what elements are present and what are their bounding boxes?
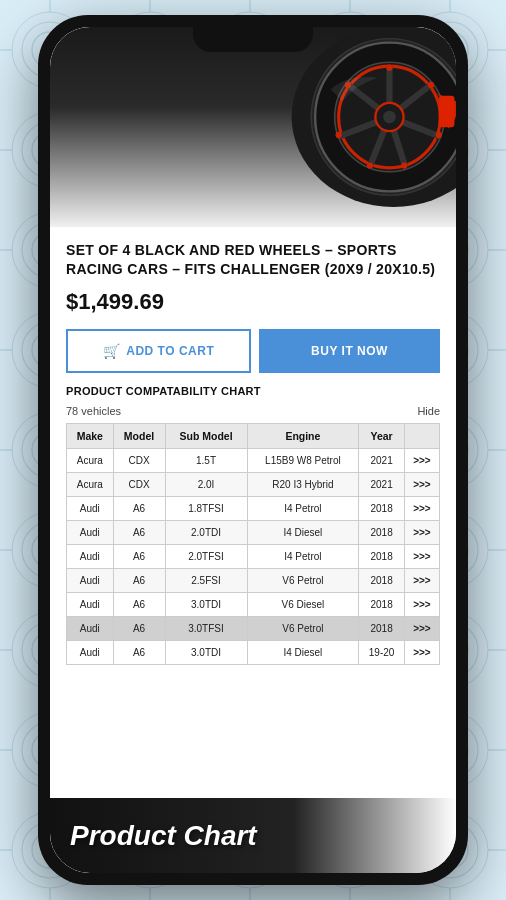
phone-frame: SET OF 4 BLACK AND RED WHEELS – SPORTS R… (38, 15, 468, 885)
bottom-overlay: Product Chart (50, 798, 456, 873)
cell-3: R20 I3 Hybrid (247, 472, 359, 496)
col-engine: Engine (247, 423, 359, 448)
cell-1: A6 (113, 640, 165, 664)
cell-3: I4 Diesel (247, 640, 359, 664)
cell-5: >>> (404, 448, 439, 472)
cell-1: A6 (113, 496, 165, 520)
cell-4: 2018 (359, 568, 405, 592)
product-image (50, 27, 456, 227)
table-row[interactable]: AudiA61.8TFSII4 Petrol2018>>> (67, 496, 440, 520)
compatibility-section: PRODUCT COMPATABILITY CHART 78 vehicles … (50, 385, 456, 665)
cell-5: >>> (404, 592, 439, 616)
table-header-row: Make Model Sub Model Engine Year (67, 423, 440, 448)
add-to-cart-button[interactable]: 🛒 ADD TO CART (66, 329, 251, 373)
hide-button[interactable]: Hide (417, 405, 440, 417)
col-model: Model (113, 423, 165, 448)
cell-0: Acura (67, 472, 114, 496)
cell-3: I4 Diesel (247, 520, 359, 544)
cell-1: A6 (113, 520, 165, 544)
cell-3: V6 Petrol (247, 616, 359, 640)
cell-2: 2.0TDI (165, 520, 247, 544)
cell-5: >>> (404, 496, 439, 520)
cell-5: >>> (404, 544, 439, 568)
col-year: Year (359, 423, 405, 448)
cell-5: >>> (404, 472, 439, 496)
cell-2: 2.0I (165, 472, 247, 496)
cell-0: Audi (67, 520, 114, 544)
table-row[interactable]: AcuraCDX1.5TL15B9 W8 Petrol2021>>> (67, 448, 440, 472)
cell-0: Audi (67, 592, 114, 616)
cell-4: 2018 (359, 544, 405, 568)
cell-3: L15B9 W8 Petrol (247, 448, 359, 472)
product-title: SET OF 4 BLACK AND RED WHEELS – SPORTS R… (66, 241, 440, 279)
phone-notch (193, 27, 313, 52)
buy-now-button[interactable]: BUY IT NOW (259, 329, 440, 373)
svg-rect-22 (439, 96, 455, 127)
svg-point-27 (436, 132, 442, 138)
cell-2: 3.0TDI (165, 640, 247, 664)
table-row[interactable]: AudiA62.0TFSII4 Petrol2018>>> (67, 544, 440, 568)
compatibility-header: 78 vehicles Hide (66, 405, 440, 417)
cell-0: Acura (67, 448, 114, 472)
cell-0: Audi (67, 568, 114, 592)
cell-1: A6 (113, 544, 165, 568)
cell-4: 19-20 (359, 640, 405, 664)
vehicles-count: 78 vehicles (66, 405, 121, 417)
compatibility-table: Make Model Sub Model Engine Year AcuraCD… (66, 423, 440, 665)
cell-2: 2.0TFSI (165, 544, 247, 568)
cell-5: >>> (404, 640, 439, 664)
cell-4: 2018 (359, 496, 405, 520)
cell-0: Audi (67, 544, 114, 568)
cell-2: 3.0TDI (165, 592, 247, 616)
cell-5: >>> (404, 520, 439, 544)
table-row[interactable]: AudiA63.0TFSIV6 Petrol2018>>> (67, 616, 440, 640)
cell-0: Audi (67, 640, 114, 664)
cell-5: >>> (404, 568, 439, 592)
cell-4: 2018 (359, 616, 405, 640)
cell-4: 2018 (359, 592, 405, 616)
product-details: SET OF 4 BLACK AND RED WHEELS – SPORTS R… (50, 227, 456, 373)
action-buttons: 🛒 ADD TO CART BUY IT NOW (66, 329, 440, 373)
cell-2: 2.5FSI (165, 568, 247, 592)
cell-1: A6 (113, 592, 165, 616)
cell-3: V6 Petrol (247, 568, 359, 592)
cell-1: A6 (113, 568, 165, 592)
phone-screen: SET OF 4 BLACK AND RED WHEELS – SPORTS R… (50, 27, 456, 873)
cell-2: 1.8TFSI (165, 496, 247, 520)
col-submodel: Sub Model (165, 423, 247, 448)
cell-5: >>> (404, 616, 439, 640)
cell-2: 1.5T (165, 448, 247, 472)
table-row[interactable]: AudiA63.0TDIV6 Diesel2018>>> (67, 592, 440, 616)
cell-4: 2021 (359, 448, 405, 472)
cell-3: I4 Petrol (247, 544, 359, 568)
table-row[interactable]: AudiA63.0TDII4 Diesel19-20>>> (67, 640, 440, 664)
table-row[interactable]: AudiA62.5FSIV6 Petrol2018>>> (67, 568, 440, 592)
svg-point-30 (335, 132, 341, 138)
cell-4: 2021 (359, 472, 405, 496)
cell-3: V6 Diesel (247, 592, 359, 616)
cell-1: CDX (113, 472, 165, 496)
compatibility-title: PRODUCT COMPATABILITY CHART (66, 385, 440, 397)
svg-point-24 (383, 111, 396, 124)
svg-point-26 (428, 82, 434, 88)
cell-0: Audi (67, 496, 114, 520)
cell-3: I4 Petrol (247, 496, 359, 520)
cell-2: 3.0TFSI (165, 616, 247, 640)
svg-point-29 (367, 162, 373, 168)
cell-4: 2018 (359, 520, 405, 544)
cell-1: CDX (113, 448, 165, 472)
screen-content: SET OF 4 BLACK AND RED WHEELS – SPORTS R… (50, 27, 456, 873)
product-chart-label: Product Chart (70, 820, 257, 852)
table-row[interactable]: AudiA62.0TDII4 Diesel2018>>> (67, 520, 440, 544)
product-price: $1,499.69 (66, 289, 440, 315)
table-row[interactable]: AcuraCDX2.0IR20 I3 Hybrid2021>>> (67, 472, 440, 496)
cart-icon: 🛒 (103, 343, 121, 359)
svg-point-25 (386, 65, 392, 71)
svg-point-28 (401, 162, 407, 168)
col-make: Make (67, 423, 114, 448)
cell-0: Audi (67, 616, 114, 640)
col-arrow (404, 423, 439, 448)
cell-1: A6 (113, 616, 165, 640)
